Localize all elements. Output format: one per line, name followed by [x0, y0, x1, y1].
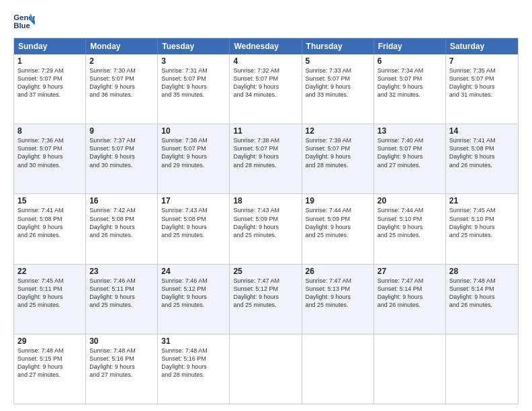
- day-number: 11: [233, 126, 298, 136]
- cell-content: Sunrise: 7:45 AMSunset: 5:11 PMDaylight:…: [17, 277, 82, 310]
- calendar-header: SundayMondayTuesdayWednesdayThursdayFrid…: [14, 38, 518, 54]
- calendar-cell: 1Sunrise: 7:29 AMSunset: 5:07 PMDaylight…: [14, 54, 86, 124]
- day-number: 20: [378, 196, 442, 205]
- header-day-friday: Friday: [374, 38, 446, 54]
- day-number: 12: [306, 126, 370, 136]
- calendar-cell: [230, 334, 302, 404]
- cell-content: Sunrise: 7:47 AMSunset: 5:14 PMDaylight:…: [378, 277, 442, 310]
- calendar-row-2: 15Sunrise: 7:41 AMSunset: 5:08 PMDayligh…: [14, 193, 518, 263]
- day-number: 25: [233, 267, 298, 276]
- svg-marker-3: [30, 20, 35, 25]
- day-number: 1: [17, 56, 82, 66]
- calendar-cell: 7Sunrise: 7:35 AMSunset: 5:07 PMDaylight…: [446, 54, 518, 124]
- day-number: 5: [306, 56, 370, 66]
- day-number: 14: [449, 126, 515, 136]
- calendar-cell: 14Sunrise: 7:41 AMSunset: 5:08 PMDayligh…: [446, 124, 518, 193]
- header-day-saturday: Saturday: [446, 38, 518, 54]
- calendar-cell: 11Sunrise: 7:38 AMSunset: 5:07 PMDayligh…: [230, 124, 302, 193]
- header-day-sunday: Sunday: [14, 38, 86, 54]
- calendar-row-0: 1Sunrise: 7:29 AMSunset: 5:07 PMDaylight…: [14, 54, 518, 124]
- header-day-tuesday: Tuesday: [158, 38, 230, 54]
- header-day-monday: Monday: [86, 38, 158, 54]
- calendar-cell: 4Sunrise: 7:32 AMSunset: 5:07 PMDaylight…: [230, 54, 302, 124]
- day-number: 17: [161, 196, 226, 205]
- logo-icon: General Blue: [13, 12, 35, 31]
- day-number: 24: [161, 267, 226, 276]
- day-number: 28: [449, 267, 515, 276]
- cell-content: Sunrise: 7:33 AMSunset: 5:07 PMDaylight:…: [306, 66, 370, 99]
- calendar-cell: 26Sunrise: 7:47 AMSunset: 5:13 PMDayligh…: [302, 265, 374, 334]
- day-number: 30: [89, 336, 154, 346]
- calendar: SundayMondayTuesdayWednesdayThursdayFrid…: [13, 38, 519, 404]
- calendar-body: 1Sunrise: 7:29 AMSunset: 5:07 PMDaylight…: [14, 54, 518, 404]
- cell-content: Sunrise: 7:36 AMSunset: 5:07 PMDaylight:…: [17, 136, 82, 169]
- calendar-cell: 2Sunrise: 7:30 AMSunset: 5:07 PMDaylight…: [86, 54, 158, 124]
- calendar-cell: 15Sunrise: 7:41 AMSunset: 5:08 PMDayligh…: [14, 194, 86, 263]
- calendar-cell: [374, 334, 446, 404]
- cell-content: Sunrise: 7:48 AMSunset: 5:15 PMDaylight:…: [17, 347, 82, 379]
- cell-content: Sunrise: 7:35 AMSunset: 5:07 PMDaylight:…: [449, 66, 515, 99]
- calendar-cell: 5Sunrise: 7:33 AMSunset: 5:07 PMDaylight…: [302, 54, 374, 124]
- calendar-cell: 12Sunrise: 7:39 AMSunset: 5:07 PMDayligh…: [302, 124, 374, 193]
- day-number: 2: [89, 56, 154, 66]
- calendar-row-1: 8Sunrise: 7:36 AMSunset: 5:07 PMDaylight…: [14, 124, 518, 193]
- calendar-cell: 18Sunrise: 7:43 AMSunset: 5:09 PMDayligh…: [230, 194, 302, 263]
- day-number: 10: [161, 126, 226, 136]
- cell-content: Sunrise: 7:39 AMSunset: 5:07 PMDaylight:…: [306, 136, 370, 169]
- day-number: 7: [449, 56, 515, 66]
- day-number: 3: [161, 56, 226, 66]
- cell-content: Sunrise: 7:41 AMSunset: 5:08 PMDaylight:…: [17, 206, 82, 239]
- calendar-cell: 28Sunrise: 7:48 AMSunset: 5:14 PMDayligh…: [446, 265, 518, 334]
- day-number: 19: [306, 196, 370, 205]
- calendar-cell: 29Sunrise: 7:48 AMSunset: 5:15 PMDayligh…: [14, 334, 86, 404]
- cell-content: Sunrise: 7:48 AMSunset: 5:16 PMDaylight:…: [161, 347, 226, 379]
- calendar-cell: [446, 334, 518, 404]
- calendar-cell: 31Sunrise: 7:48 AMSunset: 5:16 PMDayligh…: [158, 334, 230, 404]
- svg-text:Blue: Blue: [13, 21, 30, 30]
- cell-content: Sunrise: 7:29 AMSunset: 5:07 PMDaylight:…: [17, 66, 82, 99]
- calendar-row-4: 29Sunrise: 7:48 AMSunset: 5:15 PMDayligh…: [14, 334, 518, 404]
- cell-content: Sunrise: 7:43 AMSunset: 5:09 PMDaylight:…: [233, 206, 298, 239]
- cell-content: Sunrise: 7:41 AMSunset: 5:08 PMDaylight:…: [449, 136, 515, 169]
- cell-content: Sunrise: 7:30 AMSunset: 5:07 PMDaylight:…: [89, 66, 154, 99]
- calendar-cell: 17Sunrise: 7:43 AMSunset: 5:08 PMDayligh…: [158, 194, 230, 263]
- cell-content: Sunrise: 7:40 AMSunset: 5:07 PMDaylight:…: [378, 136, 442, 169]
- cell-content: Sunrise: 7:47 AMSunset: 5:12 PMDaylight:…: [233, 277, 298, 310]
- calendar-cell: 19Sunrise: 7:44 AMSunset: 5:09 PMDayligh…: [302, 194, 374, 263]
- cell-content: Sunrise: 7:32 AMSunset: 5:07 PMDaylight:…: [233, 66, 298, 99]
- cell-content: Sunrise: 7:43 AMSunset: 5:08 PMDaylight:…: [161, 206, 226, 239]
- day-number: 26: [306, 267, 370, 276]
- cell-content: Sunrise: 7:38 AMSunset: 5:07 PMDaylight:…: [233, 136, 298, 169]
- calendar-cell: 24Sunrise: 7:46 AMSunset: 5:12 PMDayligh…: [158, 265, 230, 334]
- calendar-cell: 8Sunrise: 7:36 AMSunset: 5:07 PMDaylight…: [14, 124, 86, 193]
- calendar-cell: 13Sunrise: 7:40 AMSunset: 5:07 PMDayligh…: [374, 124, 446, 193]
- day-number: 9: [89, 126, 154, 136]
- logo: General Blue: [13, 12, 35, 31]
- day-number: 23: [89, 267, 154, 276]
- day-number: 4: [233, 56, 298, 66]
- calendar-cell: 27Sunrise: 7:47 AMSunset: 5:14 PMDayligh…: [374, 265, 446, 334]
- calendar-cell: [302, 334, 374, 404]
- calendar-cell: 6Sunrise: 7:34 AMSunset: 5:07 PMDaylight…: [374, 54, 446, 124]
- day-number: 16: [89, 196, 154, 205]
- day-number: 8: [17, 126, 82, 136]
- day-number: 21: [449, 196, 515, 205]
- calendar-cell: 9Sunrise: 7:37 AMSunset: 5:07 PMDaylight…: [86, 124, 158, 193]
- cell-content: Sunrise: 7:44 AMSunset: 5:10 PMDaylight:…: [378, 206, 442, 239]
- calendar-row-3: 22Sunrise: 7:45 AMSunset: 5:11 PMDayligh…: [14, 264, 518, 334]
- calendar-cell: 23Sunrise: 7:46 AMSunset: 5:11 PMDayligh…: [86, 265, 158, 334]
- day-number: 13: [378, 126, 442, 136]
- header-day-thursday: Thursday: [302, 38, 374, 54]
- cell-content: Sunrise: 7:44 AMSunset: 5:09 PMDaylight:…: [306, 206, 370, 239]
- calendar-cell: 30Sunrise: 7:48 AMSunset: 5:16 PMDayligh…: [86, 334, 158, 404]
- cell-content: Sunrise: 7:47 AMSunset: 5:13 PMDaylight:…: [306, 277, 370, 310]
- cell-content: Sunrise: 7:46 AMSunset: 5:11 PMDaylight:…: [89, 277, 154, 310]
- cell-content: Sunrise: 7:42 AMSunset: 5:08 PMDaylight:…: [89, 206, 154, 239]
- calendar-cell: 22Sunrise: 7:45 AMSunset: 5:11 PMDayligh…: [14, 265, 86, 334]
- day-number: 29: [17, 336, 82, 346]
- cell-content: Sunrise: 7:38 AMSunset: 5:07 PMDaylight:…: [161, 136, 226, 169]
- calendar-cell: 16Sunrise: 7:42 AMSunset: 5:08 PMDayligh…: [86, 194, 158, 263]
- cell-content: Sunrise: 7:34 AMSunset: 5:07 PMDaylight:…: [378, 66, 442, 99]
- day-number: 6: [378, 56, 442, 66]
- calendar-cell: 3Sunrise: 7:31 AMSunset: 5:07 PMDaylight…: [158, 54, 230, 124]
